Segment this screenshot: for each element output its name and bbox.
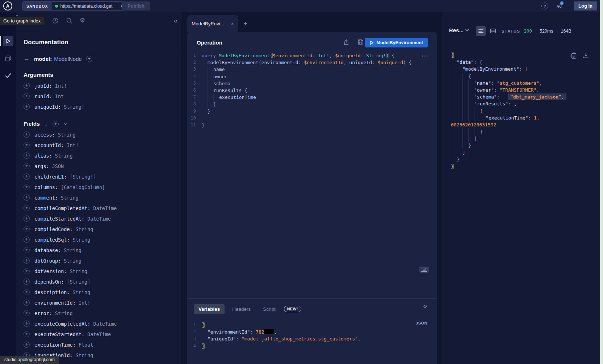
- field-name[interactable]: dependsOn:: [34, 279, 64, 285]
- operation-tab[interactable]: ModelByEnvi... ×: [187, 15, 238, 32]
- collapse-variables-icon[interactable]: [423, 304, 427, 309]
- field-name[interactable]: environmentId:: [34, 300, 76, 306]
- field-type[interactable]: [String]: [67, 279, 90, 285]
- add-field-button[interactable]: +: [24, 163, 30, 169]
- add-field-button[interactable]: +: [24, 184, 30, 190]
- field-name[interactable]: executeCompletedAt:: [34, 321, 90, 327]
- endpoint-url[interactable]: https://metadata.cloud.get: [60, 4, 118, 9]
- field-type[interactable]: DateTime: [87, 331, 111, 337]
- close-tab-icon[interactable]: ×: [231, 21, 234, 27]
- type-name-link[interactable]: ModelNode: [54, 56, 82, 62]
- publish-button[interactable]: Publish: [122, 1, 150, 11]
- share-icon[interactable]: [343, 39, 349, 45]
- add-field-button[interactable]: +: [24, 205, 30, 211]
- tree-view-icon[interactable]: [476, 26, 486, 36]
- field-type[interactable]: String: [73, 289, 91, 295]
- nav-checks-icon[interactable]: [3, 71, 13, 81]
- field-type[interactable]: String: [70, 268, 87, 274]
- add-field-button[interactable]: +: [24, 289, 30, 295]
- collapse-panel-icon[interactable]: «: [174, 17, 177, 25]
- field-name[interactable]: error:: [34, 310, 52, 316]
- field-type[interactable]: DateTime: [87, 216, 111, 222]
- field-name[interactable]: compiledCode:: [34, 226, 73, 232]
- field-type[interactable]: Float: [79, 342, 93, 348]
- field-name[interactable]: columns:: [34, 184, 58, 190]
- field-type[interactable]: String!: [64, 104, 84, 110]
- field-name[interactable]: uniqueId:: [34, 104, 61, 110]
- field-type[interactable]: JSON: [52, 163, 64, 169]
- field-name[interactable]: accountId:: [34, 142, 64, 148]
- add-field-button[interactable]: +: [24, 279, 30, 285]
- field-name[interactable]: compileStartedAt:: [34, 216, 84, 222]
- field-name[interactable]: database:: [34, 247, 61, 253]
- add-field-button[interactable]: +: [24, 131, 30, 138]
- field-type[interactable]: String: [73, 237, 91, 243]
- add-field-button[interactable]: +: [24, 268, 30, 274]
- field-type[interactable]: String: [55, 153, 73, 159]
- add-field-button[interactable]: +: [24, 194, 30, 201]
- field-name[interactable]: executionTime:: [34, 342, 76, 348]
- add-field-button[interactable]: +: [24, 83, 30, 89]
- field-type[interactable]: Int!: [67, 142, 79, 148]
- add-all-fields-button[interactable]: +: [53, 121, 59, 127]
- add-field-button[interactable]: +: [24, 152, 30, 159]
- add-type-button[interactable]: +: [86, 56, 92, 62]
- field-name[interactable]: childrenL1:: [34, 174, 67, 180]
- add-field-button[interactable]: +: [24, 216, 30, 222]
- field-type[interactable]: Int!: [79, 300, 91, 306]
- history-icon[interactable]: [52, 17, 59, 24]
- nav-explorer-icon[interactable]: [3, 36, 13, 46]
- add-field-button[interactable]: +: [24, 310, 30, 316]
- field-type[interactable]: String: [58, 132, 76, 138]
- response-menu-chevron-icon[interactable]: [465, 29, 469, 32]
- field-type[interactable]: Int: [55, 93, 64, 99]
- add-field-button[interactable]: +: [24, 237, 30, 243]
- add-field-button[interactable]: +: [24, 247, 30, 253]
- more-options-icon[interactable]: •••: [422, 54, 429, 58]
- tab-variables[interactable]: Variables: [194, 304, 225, 314]
- field-name[interactable]: dbtVersion:: [34, 268, 67, 274]
- operation-editor[interactable]: 1query ModelByEnvironment($environmentId…: [187, 52, 437, 129]
- field-name[interactable]: args:: [34, 163, 49, 169]
- field-type[interactable]: String: [55, 310, 73, 316]
- field-type[interactable]: DateTime: [93, 205, 117, 211]
- tab-headers[interactable]: Headers: [227, 304, 255, 314]
- sort-fields-icon[interactable]: ↓: [45, 121, 48, 127]
- add-field-button[interactable]: +: [24, 173, 30, 180]
- back-arrow-icon[interactable]: ←: [24, 55, 30, 62]
- table-view-icon[interactable]: [488, 26, 498, 36]
- add-field-button[interactable]: +: [24, 331, 30, 337]
- field-name[interactable]: runId:: [34, 93, 52, 99]
- run-operation-button[interactable]: ModelByEnvironment: [365, 38, 428, 47]
- field-type[interactable]: DateTime: [93, 321, 117, 327]
- field-type[interactable]: String: [76, 352, 93, 358]
- help-icon[interactable]: ?: [541, 3, 548, 9]
- field-name[interactable]: dbtGroup:: [34, 258, 61, 264]
- field-type[interactable]: [String!]: [70, 174, 96, 180]
- field-name[interactable]: compiledSql:: [34, 237, 70, 243]
- field-name[interactable]: access:: [34, 132, 55, 138]
- login-button[interactable]: Log in: [574, 1, 597, 11]
- field-type[interactable]: String: [64, 247, 81, 253]
- chevron-down-icon[interactable]: [64, 123, 67, 125]
- endpoint-url-field[interactable]: https://metadata.cloud.get ⚙: [52, 2, 128, 10]
- field-name[interactable]: alias:: [34, 153, 52, 159]
- announcements-icon[interactable]: [556, 3, 562, 9]
- add-field-button[interactable]: +: [24, 226, 30, 232]
- nav-schema-icon[interactable]: [3, 53, 13, 63]
- add-field-button[interactable]: +: [24, 300, 30, 306]
- add-field-button[interactable]: +: [24, 142, 30, 148]
- field-type[interactable]: Int!: [55, 83, 67, 89]
- save-icon[interactable]: [358, 39, 364, 45]
- search-icon[interactable]: [66, 17, 72, 24]
- add-field-button[interactable]: +: [24, 104, 30, 110]
- field-name[interactable]: executeStartedAt:: [34, 331, 84, 337]
- field-name[interactable]: description:: [34, 289, 70, 295]
- variables-editor[interactable]: 1{2"environmentId": 782,3"uniqueId": "mo…: [187, 322, 437, 350]
- field-name[interactable]: comment:: [34, 195, 58, 201]
- tab-script[interactable]: Script: [258, 304, 280, 314]
- add-field-button[interactable]: +: [24, 342, 30, 348]
- new-tab-button[interactable]: +: [243, 20, 248, 27]
- field-name[interactable]: jobId:: [34, 83, 52, 89]
- field-type[interactable]: String: [76, 226, 93, 232]
